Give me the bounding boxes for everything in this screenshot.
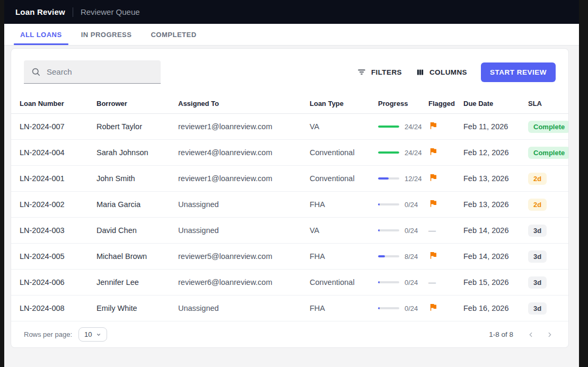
loan-type-cell: FHA (301, 200, 370, 209)
assigned-to-cell: reviewer5@loanreview.com (170, 252, 301, 261)
filter-icon (357, 67, 366, 77)
assigned-to-cell: Unassigned (170, 226, 301, 235)
due-date-cell: Feb 12, 2026 (455, 148, 520, 157)
column-header-borrower[interactable]: Borrower (88, 100, 170, 108)
search-icon (31, 67, 41, 77)
sla-cell: 2d (520, 173, 568, 185)
table-header-row: Loan NumberBorrowerAssigned ToLoan TypeP… (11, 94, 568, 114)
progress-label: 0/24 (405, 227, 418, 235)
borrower-cell: Maria Garcia (88, 200, 170, 209)
progress-cell: 24/24 (370, 149, 420, 157)
columns-button[interactable]: COLUMNS (416, 68, 467, 77)
loan-type-cell: FHA (301, 304, 370, 312)
due-date-cell: Feb 15, 2026 (455, 278, 520, 287)
flagged-cell: — (420, 226, 455, 235)
due-date-cell: Feb 13, 2026 (455, 200, 520, 209)
progress-label: 0/24 (405, 279, 418, 287)
loan-type-cell: VA (301, 226, 370, 235)
column-header-progress[interactable]: Progress (370, 100, 420, 108)
column-header-loan-number[interactable]: Loan Number (11, 100, 88, 108)
tab-in-progress[interactable]: IN PROGRESS (75, 24, 138, 45)
flagged-cell (420, 147, 455, 158)
table-row[interactable]: LN-2024-008Emily WhiteUnassignedFHA0/24F… (11, 296, 568, 321)
sla-cell: 3d (520, 250, 568, 263)
sla-badge: 3d (528, 302, 547, 315)
loan-number-cell: LN-2024-005 (11, 252, 88, 261)
rows-per-page-select[interactable]: 10 (78, 327, 107, 342)
flag-icon (428, 147, 438, 156)
start-review-button[interactable]: START REVIEW (481, 62, 556, 82)
next-page-button[interactable] (544, 329, 556, 341)
progress-cell: 8/24 (370, 253, 420, 261)
pagination-controls: 1-8 of 8 (489, 329, 556, 341)
progress-label: 8/24 (405, 253, 418, 261)
loan-number-cell: LN-2024-008 (11, 304, 88, 312)
loan-number-cell: LN-2024-001 (11, 174, 88, 183)
flagged-cell (420, 121, 455, 132)
progress-cell: 0/24 (370, 305, 420, 312)
filters-label: FILTERS (371, 68, 402, 76)
flagged-cell: — (420, 278, 455, 287)
column-header-assigned-to[interactable]: Assigned To (170, 100, 301, 108)
progress-label: 0/24 (405, 305, 418, 312)
filters-button[interactable]: FILTERS (357, 67, 402, 77)
sla-cell: 3d (520, 225, 568, 237)
borrower-cell: David Chen (88, 226, 170, 235)
progress-bar (378, 307, 399, 309)
chevron-right-icon (546, 331, 554, 338)
rows-per-page-label: Rows per page: (24, 330, 72, 338)
progress-label: 24/24 (405, 149, 422, 157)
progress-cell: 0/24 (370, 201, 420, 209)
column-header-flagged[interactable]: Flagged (420, 100, 455, 108)
flag-icon (428, 199, 438, 208)
column-header-sla[interactable]: SLA (520, 100, 568, 108)
progress-label: 24/24 (405, 123, 422, 131)
search-box[interactable] (24, 60, 161, 84)
sla-badge: Complete (528, 121, 569, 133)
chevron-left-icon (527, 331, 534, 338)
flagged-cell (420, 302, 455, 314)
due-date-cell: Feb 13, 2026 (455, 174, 520, 183)
tabs-bar: ALL LOANSIN PROGRESSCOMPLETED (4, 24, 579, 46)
sla-badge: 3d (528, 250, 547, 263)
table-row[interactable]: LN-2024-005Michael Brownreviewer5@loanre… (11, 244, 568, 270)
columns-icon (416, 68, 425, 77)
app-window: Loan Review Reviewer Queue ALL LOANSIN P… (4, 0, 579, 367)
table-row[interactable]: LN-2024-007Robert Taylorreviewer1@loanre… (11, 114, 568, 140)
sla-cell: 3d (520, 302, 568, 315)
sla-badge: 3d (528, 276, 547, 289)
flagged-cell (420, 250, 455, 262)
assigned-to-cell: Unassigned (170, 304, 301, 312)
borrower-cell: Robert Taylor (88, 122, 170, 131)
loan-number-cell: LN-2024-004 (11, 148, 88, 157)
progress-bar (378, 229, 399, 231)
column-header-loan-type[interactable]: Loan Type (301, 100, 370, 108)
flag-icon (428, 121, 438, 130)
previous-page-button[interactable] (525, 329, 537, 341)
table-row[interactable]: LN-2024-006Jennifer Leereviewer6@loanrev… (11, 270, 568, 296)
assigned-to-cell: reviewer6@loanreview.com (170, 278, 301, 287)
sla-cell: Complete (520, 147, 569, 159)
column-header-due-date[interactable]: Due Date (455, 100, 520, 108)
flag-icon (428, 173, 438, 182)
search-input[interactable] (47, 67, 154, 76)
loan-type-cell: FHA (301, 252, 370, 261)
due-date-cell: Feb 14, 2026 (455, 252, 520, 261)
table-row[interactable]: LN-2024-003David ChenUnassignedVA0/24—Fe… (11, 218, 568, 244)
tab-all-loans[interactable]: ALL LOANS (14, 24, 68, 45)
loan-type-cell: VA (301, 122, 370, 131)
rows-per-page-value: 10 (84, 330, 92, 338)
borrower-cell: Michael Brown (88, 252, 170, 261)
table-row[interactable]: LN-2024-001John Smithreviewer1@loanrevie… (11, 166, 568, 192)
title-divider (73, 7, 73, 17)
table-footer: Rows per page: 10 1-8 of 8 (11, 321, 568, 347)
tab-completed[interactable]: COMPLETED (144, 24, 203, 45)
loan-number-cell: LN-2024-003 (11, 226, 88, 235)
table-row[interactable]: LN-2024-002Maria GarciaUnassignedFHA0/24… (11, 192, 568, 218)
no-flag-placeholder: — (428, 226, 436, 235)
table-row[interactable]: LN-2024-004Sarah Johnsonreviewer4@loanre… (11, 140, 568, 166)
flagged-cell (420, 173, 455, 184)
app-title: Loan Review (15, 7, 65, 16)
borrower-cell: Emily White (88, 304, 170, 312)
table-toolbar: FILTERS COLUMNS START REVIEW (11, 49, 568, 94)
